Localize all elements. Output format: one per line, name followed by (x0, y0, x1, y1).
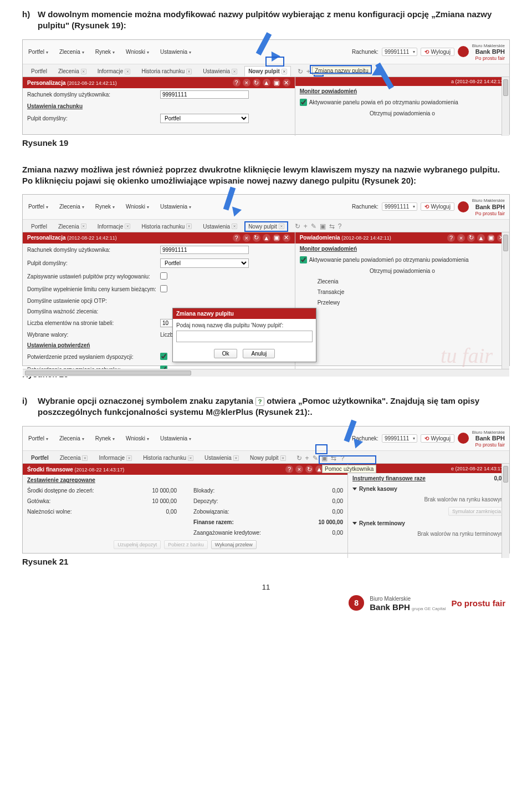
tab-ustawienia[interactable]: Ustawienia× (199, 221, 241, 232)
tab-nowy-pulpit[interactable]: Nowy pulpit× (244, 66, 291, 77)
tab-zlecenia[interactable]: Zlecenia× (56, 453, 92, 463)
tab-portfel[interactable]: Portfel (27, 221, 51, 232)
tab-nowy-pulpit[interactable]: Nowy pulpit× (246, 453, 290, 463)
brand-icon (458, 201, 469, 212)
close-tab-icon[interactable]: × (280, 455, 286, 461)
close-tab-icon[interactable]: × (279, 224, 284, 229)
notify-item: Przelewy (295, 297, 509, 308)
refresh-icon[interactable]: ↻ (296, 454, 302, 462)
refresh-icon[interactable]: ↻ (295, 222, 300, 230)
tab-ustawienia[interactable]: Ustawienia× (199, 66, 241, 77)
account-select[interactable]: 99991111 (382, 202, 418, 211)
close-tab-icon[interactable]: × (282, 69, 287, 74)
paragraph-h-text: W dowolnym momencie można modyfikować na… (38, 9, 510, 32)
tab-informacje[interactable]: Informacje× (95, 453, 136, 463)
menu-ustawienia[interactable]: Ustawienia (159, 48, 195, 55)
transfer-button[interactable]: Wykonaj przelew (211, 540, 257, 549)
close-tab-icon[interactable]: × (186, 69, 192, 74)
rename-dialog: Zmiana nazwy pulpitu Podaj nową nazwę dl… (172, 308, 316, 362)
scrollbar-h[interactable] (23, 369, 509, 377)
reset-icon[interactable]: × (243, 79, 250, 87)
menu-portfel[interactable]: Portfel (27, 48, 52, 55)
help-icon[interactable]: ? (233, 79, 241, 87)
field-select[interactable]: Portfel (160, 258, 249, 268)
close-tab-icon[interactable]: × (232, 69, 237, 74)
close-tab-icon[interactable]: × (125, 69, 130, 74)
paragraph-i: i) Wybranie opcji oznaczonej symbolem zn… (22, 395, 510, 418)
tab-zlecenia[interactable]: Zlecenia× (54, 66, 90, 77)
menu-rynek[interactable]: Rynek (94, 435, 118, 442)
menu-rynek[interactable]: Rynek (94, 48, 118, 55)
tab-historia-rachunku[interactable]: Historia rachunku× (137, 221, 196, 232)
menu-wnioski[interactable]: Wnioski (125, 48, 152, 55)
scrollbar-v[interactable] (502, 77, 509, 136)
menu-zlecenia[interactable]: Zlecenia (58, 203, 88, 210)
rename-dialog-input[interactable] (176, 331, 313, 342)
checkbox[interactable] (160, 285, 167, 292)
checkbox[interactable] (160, 272, 167, 280)
account-select[interactable]: 99991111 (382, 434, 418, 443)
close-tab-icon[interactable]: × (125, 224, 130, 229)
add-icon[interactable]: + (304, 222, 308, 230)
swap-icon[interactable]: ⇆ (329, 222, 335, 230)
menu-wnioski[interactable]: Wnioski (125, 435, 152, 442)
tabs: PortfelZlecenia×Informacje×Historia rach… (23, 451, 509, 464)
tab-portfel[interactable]: Portfel (27, 66, 51, 77)
logout-button[interactable]: Wyloguj (421, 202, 454, 211)
default-pulpit-select[interactable]: Portfel (160, 114, 249, 123)
close-tab-icon[interactable]: × (81, 224, 86, 229)
close-icon[interactable]: ✕ (283, 79, 290, 87)
activate-panel-checkbox[interactable] (300, 99, 307, 106)
menu-portfel[interactable]: Portfel (27, 435, 52, 442)
close-tab-icon[interactable]: × (186, 224, 192, 229)
tab-ustawienia[interactable]: Ustawienia× (201, 453, 243, 463)
help-icon[interactable]: ? (338, 222, 342, 230)
field-input[interactable] (160, 246, 249, 254)
logout-button[interactable]: Wyloguj (421, 434, 454, 443)
refresh-icon[interactable]: ↻ (298, 68, 303, 75)
simulator-button[interactable]: Symulator zamknięcia (448, 507, 505, 516)
menu-zlecenia[interactable]: Zlecenia (58, 435, 88, 442)
menu-ustawienia[interactable]: Ustawienia (159, 203, 195, 210)
chevron-down-icon[interactable] (352, 522, 357, 525)
tab-historia-rachunku[interactable]: Historia rachunku× (139, 453, 197, 463)
pencil-icon[interactable]: ✎ (313, 454, 318, 462)
tab-zlecenia[interactable]: Zlecenia× (54, 221, 90, 232)
pencil-icon[interactable]: ✎ (311, 222, 316, 230)
menu-portfel[interactable]: Portfel (27, 203, 52, 210)
logout-button[interactable]: Wyloguj (421, 48, 454, 56)
close-tab-icon[interactable]: × (233, 455, 239, 461)
default-account-input[interactable] (160, 90, 249, 99)
scrollbar-v[interactable] (502, 232, 509, 369)
menu-rynek[interactable]: Rynek (94, 203, 118, 210)
ok-button[interactable]: Ok (214, 349, 238, 358)
tab-portfel[interactable]: Portfel (27, 453, 53, 463)
account-select[interactable]: 99991111 (382, 48, 418, 56)
scrollbar-v[interactable] (502, 464, 509, 558)
close-tab-icon[interactable]: × (81, 69, 86, 74)
highlight-help-tooltip (319, 455, 376, 464)
help-icon: ? (255, 397, 264, 406)
chevron-down-icon[interactable] (352, 488, 357, 490)
menu-ustawienia[interactable]: Ustawienia (159, 435, 195, 442)
withdraw-button[interactable]: Pobierz z banku (164, 540, 208, 549)
collapse-icon[interactable]: ▣ (273, 79, 280, 87)
deposit-button[interactable]: Uzupełnij depozyt (114, 540, 161, 549)
tab-historia-rachunku[interactable]: Historia rachunku× (137, 66, 196, 77)
close-tab-icon[interactable]: × (126, 455, 132, 461)
layout-icon[interactable]: ▣ (320, 222, 326, 230)
close-tab-icon[interactable]: × (232, 224, 237, 229)
menu-zlecenia[interactable]: Zlecenia (58, 48, 88, 55)
activate-panel-checkbox[interactable] (300, 256, 307, 263)
up-icon[interactable]: ▲ (263, 79, 270, 87)
tab-informacje[interactable]: Informacje× (94, 66, 135, 77)
cancel-button[interactable]: Anuluj (243, 349, 275, 358)
close-tab-icon[interactable]: × (188, 455, 193, 461)
close-tab-icon[interactable]: × (82, 455, 88, 461)
settings-icon[interactable]: ↻ (253, 79, 260, 87)
menu-wnioski[interactable]: Wnioski (125, 203, 152, 210)
tab-informacje[interactable]: Informacje× (94, 221, 135, 232)
checkbox[interactable] (160, 353, 167, 360)
tab-nowy-pulpit[interactable]: Nowy pulpit× (244, 221, 288, 232)
add-icon[interactable]: + (305, 454, 309, 462)
